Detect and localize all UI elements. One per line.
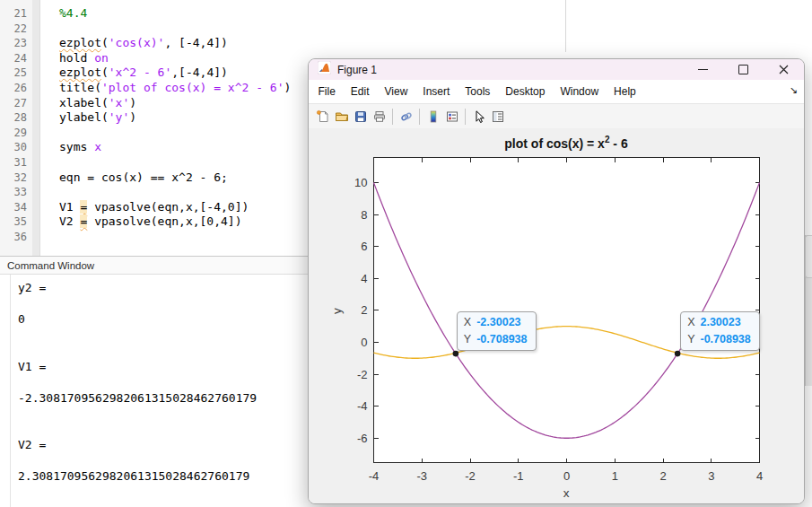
menu-insert[interactable]: Insert [415,85,458,98]
y-tick-label: 10 [354,176,367,189]
x-tick-label: 3 [708,469,714,483]
dock-arrow-icon[interactable]: ↘ [790,84,798,96]
code-text: xlabel('x') [27,96,136,109]
figure-window-title: Figure 1 [337,64,377,76]
code-text [27,230,59,243]
datatip[interactable]: X-2.30023Y-0.708938 [457,311,537,351]
background-window-scrollbar[interactable] [805,235,812,278]
line-number: 35 [0,214,27,230]
datatip-x-label: X [464,316,471,328]
code-text: V2 = vpasolve(eqn,x,[0,4]) [27,214,242,228]
x-axis-label: x [373,486,759,500]
editor-line[interactable]: 21%4.4 [0,6,812,22]
property-inspector-icon[interactable] [488,107,507,127]
new-figure-icon[interactable] [313,107,332,127]
code-text [27,185,59,198]
x-tick-label: 1 [612,469,618,483]
close-icon [779,65,789,74]
x-tick-label: -4 [369,469,380,483]
insert-colorbar-icon[interactable] [423,107,442,127]
close-button[interactable] [764,59,804,80]
menu-view[interactable]: View [377,85,415,98]
line-number: 24 [0,51,27,66]
line-number: 33 [0,185,27,200]
code-text: ezplot('x^2 - 6',[-4,4]) [27,66,228,79]
line-number: 29 [0,126,27,141]
code-text [27,155,59,169]
editor-line[interactable]: 22 [0,22,812,37]
y-tick-label: 4 [361,272,367,285]
code-text: %4.4 [27,6,87,20]
plot-title: plot of cos(x) = x2 - 6 [373,135,759,151]
line-number: 31 [0,155,27,170]
x-tick-label: 2 [659,469,666,483]
toolbar-separator [392,109,393,125]
y-tick-label: 8 [361,208,367,222]
line-number: 27 [0,96,27,111]
save-figure-icon[interactable] [351,107,370,127]
menu-items: FileEditViewInsertToolsDesktopWindowHelp [310,85,643,98]
code-text: ylabel('y') [27,110,136,124]
x-tick-label: -3 [416,469,427,483]
y-tick-label: 0 [361,336,367,349]
minimize-icon [698,69,708,70]
line-number: 30 [0,140,27,155]
maximize-icon [738,65,748,74]
matlab-icon [318,61,331,78]
datatip-marker[interactable] [675,351,681,357]
datatip-y-label: Y [687,333,694,345]
datatip-y-value: -0.708938 [700,333,750,345]
x-tick-label: 0 [563,469,570,483]
datatip-x-label: X [687,316,694,328]
datatip-y-value: -0.708938 [476,333,527,345]
open-file-icon[interactable] [332,107,351,127]
menu-window[interactable]: Window [553,85,607,98]
print-figure-icon[interactable] [370,107,389,127]
line-number: 32 [0,170,27,186]
editor-right-edge [565,0,566,52]
line-number: 25 [0,66,27,81]
figure-titlebar[interactable]: Figure 1 [309,59,804,80]
code-text: eqn = cos(x) == x^2 - 6; [27,170,228,184]
line-number: 34 [0,200,27,215]
insert-legend-icon[interactable] [442,107,461,127]
link-plot-icon[interactable] [397,107,415,127]
minimize-button[interactable] [683,59,723,80]
code-text: ezplot('cos(x)', [-4,4]) [27,36,228,49]
menu-help[interactable]: Help [607,85,644,98]
command-window-title: Command Window [7,260,94,271]
figure-window: Figure 1 FileEditViewInsertToolsDesktopW… [308,58,805,504]
edit-plot-icon[interactable] [469,107,488,127]
y-tick-label: -2 [357,368,368,381]
code-text: V1 = vpasolve(eqn,x,[-4,0]) [27,200,249,214]
menu-edit[interactable]: Edit [343,85,377,98]
line-number: 28 [0,110,27,126]
menu-tools[interactable]: Tools [458,85,498,98]
code-text: title('plot of cos(x) = x^2 - 6') [27,81,291,94]
plot-canvas: -4-3-2-101234-6-4-20246810 plot of cos(x… [309,128,804,503]
line-number: 22 [0,22,27,37]
x-tick-label: 4 [756,469,763,483]
line-number: 36 [0,230,27,245]
code-text [27,22,59,35]
line-number: 21 [0,6,27,22]
code-text: syms x [27,140,101,153]
code-text: hold on [27,51,109,65]
x-tick-label: -2 [465,469,476,483]
datatip[interactable]: X2.30023Y-0.708938 [680,311,760,351]
datatip-y-label: Y [464,333,471,345]
axes-box [374,158,760,463]
line-number: 26 [0,81,27,96]
datatip-x-value: -2.30023 [476,316,520,328]
y-axis-label: y [330,308,344,314]
x-tick-label: -1 [513,469,524,483]
editor-line[interactable]: 23ezplot('cos(x)', [-4,4]) [0,36,812,51]
figure-menubar: FileEditViewInsertToolsDesktopWindowHelp… [309,80,804,104]
y-tick-label: -6 [357,432,368,445]
maximize-button[interactable] [723,59,764,80]
code-text [27,126,59,139]
menu-file[interactable]: File [310,85,343,98]
menu-desktop[interactable]: Desktop [498,85,553,98]
figure-toolbar [309,104,804,130]
datatip-marker[interactable] [453,351,459,357]
